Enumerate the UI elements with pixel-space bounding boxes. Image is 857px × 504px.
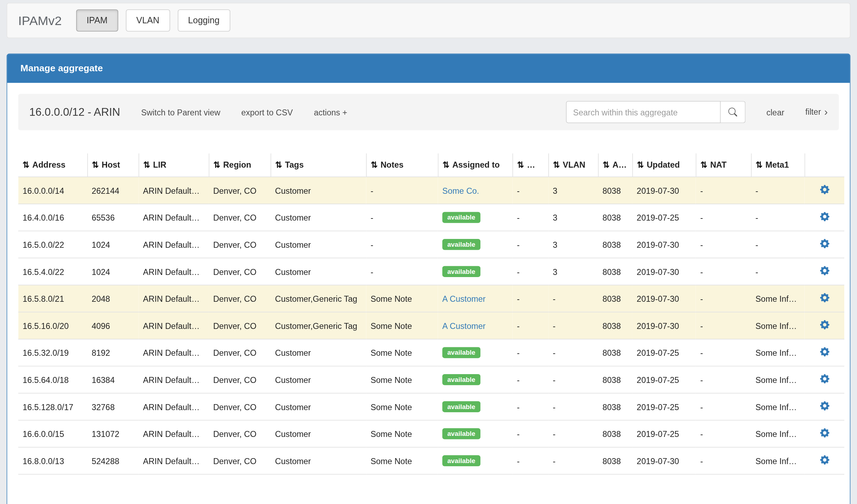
switch-parent-view-link[interactable]: Switch to Parent view: [141, 107, 220, 117]
cell-vlan: -: [548, 366, 598, 393]
column-header-updated[interactable]: ⇅Updated: [632, 154, 696, 177]
table-row: 16.5.4.0/22 1024 ARIN Default… Denver, C…: [18, 258, 845, 285]
cell-notes: -: [366, 204, 438, 231]
cell-region: Denver, CO: [209, 231, 271, 258]
cell-lir: ARIN Default…: [138, 285, 209, 312]
cell-a-truncated: 8038: [598, 231, 632, 258]
assigned-to-link[interactable]: A Customer: [442, 294, 486, 304]
cell-assigned-to: available: [438, 366, 513, 393]
cell-actions: [805, 447, 845, 474]
cell-tags: Customer,Generic Tag: [271, 312, 366, 339]
gear-icon[interactable]: [820, 455, 829, 465]
cell-truncated: -: [513, 339, 549, 366]
column-header-lir[interactable]: ⇅LIR: [138, 154, 209, 177]
column-header-actions: [805, 154, 845, 177]
column-header-a-truncated[interactable]: ⇅A…: [598, 154, 632, 177]
cell-host: 4096: [87, 312, 138, 339]
assigned-to-link[interactable]: A Customer: [442, 321, 486, 330]
column-header-vlan[interactable]: ⇅VLAN: [548, 154, 598, 177]
column-label: Meta1: [766, 160, 789, 170]
cell-lir: ARIN Default…: [138, 258, 209, 285]
tab-logging[interactable]: Logging: [178, 10, 230, 32]
cell-meta1: Some Inf…: [751, 312, 805, 339]
cell-actions: [805, 393, 845, 420]
cell-region: Denver, CO: [209, 312, 271, 339]
column-header-notes[interactable]: ⇅Notes: [366, 154, 438, 177]
cell-meta1: Some Inf…: [751, 447, 805, 474]
available-badge: available: [442, 266, 480, 277]
tab-vlan[interactable]: VLAN: [126, 10, 170, 32]
actions-menu-link[interactable]: actions +: [314, 107, 347, 117]
column-header-region[interactable]: ⇅Region: [209, 154, 271, 177]
cell-a-truncated: 8038: [598, 312, 632, 339]
cell-actions: [805, 258, 845, 285]
column-label: A…: [613, 160, 627, 170]
cell-vlan: 3: [548, 231, 598, 258]
filter-link-label: filter: [805, 107, 821, 116]
column-label: Assigned to: [452, 160, 500, 170]
sort-icon: ⇅: [213, 160, 220, 170]
cell-nat: -: [696, 447, 751, 474]
gear-icon[interactable]: [820, 293, 829, 302]
column-header-tags[interactable]: ⇅Tags: [271, 154, 366, 177]
gear-icon[interactable]: [820, 374, 829, 384]
cell-region: Denver, CO: [209, 420, 271, 448]
gear-icon[interactable]: [820, 428, 829, 438]
table-row: 16.4.0.0/16 65536 ARIN Default… Denver, …: [18, 204, 845, 231]
top-navbar: IPAMv2 IPAM VLAN Logging: [7, 3, 851, 38]
available-badge: available: [442, 347, 480, 358]
cell-lir: ARIN Default…: [138, 393, 209, 420]
cell-truncated: -: [513, 258, 549, 285]
cell-assigned-to: available: [438, 393, 513, 420]
cell-region: Denver, CO: [209, 393, 271, 420]
cell-vlan: 3: [548, 258, 598, 285]
cell-actions: [805, 420, 845, 448]
cell-lir: ARIN Default…: [138, 366, 209, 393]
assigned-to-link[interactable]: Some Co.: [442, 186, 479, 195]
cell-updated: 2019-07-30: [632, 258, 696, 285]
cell-a-truncated: 8038: [598, 177, 632, 204]
column-header-nat[interactable]: ⇅NAT: [696, 154, 751, 177]
cell-region: Denver, CO: [209, 258, 271, 285]
cell-address: 16.5.4.0/22: [18, 258, 87, 285]
cell-tags: Customer: [271, 258, 366, 285]
cell-nat: -: [696, 204, 751, 231]
cell-address: 16.5.8.0/21: [18, 285, 87, 312]
gear-icon[interactable]: [820, 347, 829, 356]
cell-assigned-to: available: [438, 447, 513, 474]
search-input[interactable]: [566, 101, 721, 123]
export-csv-link[interactable]: export to CSV: [241, 107, 293, 117]
cell-notes: Some Note: [366, 312, 438, 339]
cell-lir: ARIN Default…: [138, 204, 209, 231]
cell-meta1: Some Inf…: [751, 420, 805, 448]
cell-actions: [805, 231, 845, 258]
gear-icon[interactable]: [820, 185, 829, 194]
column-header-truncated[interactable]: ⇅…: [513, 154, 549, 177]
column-header-host[interactable]: ⇅Host: [87, 154, 138, 177]
cell-region: Denver, CO: [209, 447, 271, 474]
column-header-assigned-to[interactable]: ⇅Assigned to: [438, 154, 513, 177]
column-header-meta1[interactable]: ⇅Meta1: [751, 154, 805, 177]
clear-link[interactable]: clear: [766, 107, 784, 117]
tab-ipam[interactable]: IPAM: [76, 10, 118, 32]
sort-icon: ⇅: [603, 160, 610, 170]
gear-icon[interactable]: [820, 212, 829, 221]
column-label: Tags: [285, 160, 304, 170]
gear-icon[interactable]: [820, 401, 829, 411]
cell-vlan: -: [548, 339, 598, 366]
cell-a-truncated: 8038: [598, 420, 632, 448]
search-button[interactable]: [721, 101, 745, 123]
cell-vlan: 3: [548, 204, 598, 231]
table-row: 16.5.8.0/21 2048 ARIN Default… Denver, C…: [18, 285, 845, 312]
cell-region: Denver, CO: [209, 204, 271, 231]
table-body: 16.0.0.0/14 262144 ARIN Default… Denver,…: [18, 177, 845, 474]
column-header-address[interactable]: ⇅Address: [18, 154, 87, 177]
cell-assigned-to: available: [438, 231, 513, 258]
gear-icon[interactable]: [820, 266, 829, 276]
gear-icon[interactable]: [820, 320, 829, 330]
cell-host: 262144: [87, 177, 138, 204]
gear-icon[interactable]: [820, 239, 829, 248]
column-label: …: [527, 160, 535, 170]
filter-link[interactable]: filter›: [805, 106, 828, 118]
available-badge: available: [442, 401, 480, 412]
